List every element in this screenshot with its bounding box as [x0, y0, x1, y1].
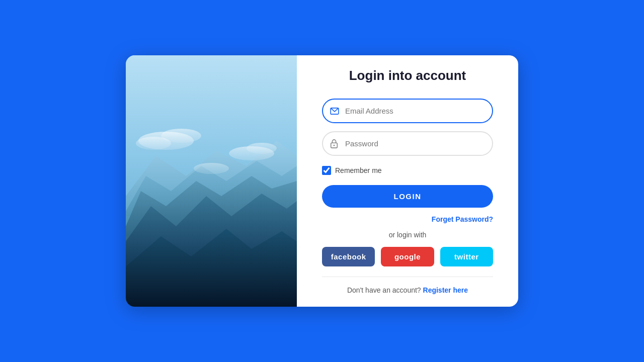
svg-point-11 [194, 163, 229, 174]
login-button[interactable]: LOGIN [322, 185, 493, 208]
password-input[interactable] [322, 131, 493, 156]
divider [322, 277, 493, 277]
login-form-panel: Login into account [297, 55, 518, 307]
forget-password-row: Forget Password? [322, 215, 493, 224]
svg-point-14 [334, 144, 335, 146]
register-text: Don't have an account? [347, 286, 421, 294]
facebook-button[interactable]: facebook [322, 247, 375, 266]
remember-me-row: Remember me [322, 166, 493, 175]
form-title: Login into account [322, 68, 493, 83]
card-image-panel [126, 55, 297, 307]
email-icon [330, 108, 339, 115]
remember-checkbox[interactable] [322, 166, 331, 175]
social-buttons-row: facebook google twitter [322, 247, 493, 266]
email-input-wrapper [322, 99, 493, 123]
forget-password-link[interactable]: Forget Password? [432, 215, 493, 223]
lock-icon [330, 139, 338, 148]
or-login-text: or login with [322, 231, 493, 239]
password-input-wrapper [322, 131, 493, 156]
email-input[interactable] [322, 99, 493, 123]
register-link[interactable]: Register here [423, 286, 468, 294]
svg-point-8 [136, 137, 171, 150]
register-row: Don't have an account? Register here [322, 286, 493, 294]
login-card: Login into account [126, 55, 518, 307]
svg-point-10 [247, 143, 277, 154]
google-button[interactable]: google [381, 247, 434, 266]
twitter-button[interactable]: twitter [440, 247, 493, 266]
remember-label: Remember me [335, 166, 382, 174]
